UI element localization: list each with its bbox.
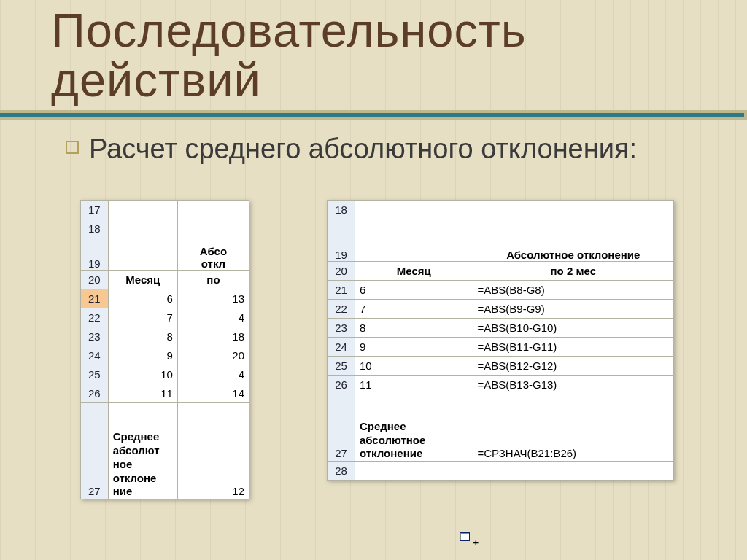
row-header: 27	[81, 403, 109, 499]
cell: Абсолютное отклонение	[473, 219, 673, 262]
subtitle-text: Расчет среднего абсолютного отклонения:	[89, 133, 637, 166]
cell: 7	[355, 300, 473, 319]
cell	[177, 219, 249, 238]
cell: =ABS(B10-G10)	[473, 319, 673, 338]
cell: 9	[355, 338, 473, 357]
row-header: 27	[328, 394, 355, 462]
row-header: 25	[81, 365, 109, 384]
row-header: 22	[81, 308, 109, 327]
cell: 4	[177, 365, 249, 384]
cell	[355, 462, 473, 481]
cell: 7	[108, 308, 177, 327]
cell: по	[177, 271, 249, 289]
row-header: 23	[81, 327, 109, 346]
tables-area: 17 18 19 Абсо откл 20 Месяц по 21 6 13 2…	[0, 200, 747, 535]
left-excel-fragment: 17 18 19 Абсо откл 20 Месяц по 21 6 13 2…	[80, 200, 249, 499]
slide-title: Последовательность действий	[51, 6, 740, 106]
cell: Среднее абсолютное отклонение	[355, 394, 473, 462]
right-excel-fragment: 18 19 Абсолютное отклонение 20 Месяц по …	[327, 200, 674, 481]
cell: Месяц	[108, 271, 177, 289]
title-block: Последовательность действий	[0, 0, 747, 106]
cell: =ABS(B8-G8)	[473, 281, 673, 300]
row-header: 21	[328, 281, 355, 300]
row-header: 19	[328, 219, 355, 262]
autofill-options-icon: +	[460, 532, 477, 545]
row-header: 24	[81, 346, 109, 365]
cell: =ABS(B13-G13)	[473, 376, 673, 394]
row-header: 28	[328, 462, 355, 481]
cell-text: откл	[201, 257, 225, 270]
cell	[355, 219, 473, 262]
cell: Абсо откл	[177, 238, 249, 271]
row-header: 24	[328, 338, 355, 357]
row-header: 21	[81, 289, 109, 308]
row-header: 26	[81, 384, 109, 403]
row-header: 18	[81, 219, 109, 238]
cell: Месяц	[355, 262, 473, 281]
cell: =ABS(B11-G11)	[473, 338, 673, 357]
cell: 14	[177, 384, 249, 403]
cell: 11	[108, 384, 177, 403]
cell: 10	[108, 365, 177, 384]
cell: =ABS(B9-G9)	[473, 300, 673, 319]
row-header: 22	[328, 300, 355, 319]
cell: 18	[177, 327, 249, 346]
cell: 4	[177, 308, 249, 327]
cell	[473, 462, 673, 481]
cell: 20	[177, 346, 249, 365]
cell: по 2 мес	[473, 262, 673, 281]
row-header: 20	[81, 271, 109, 289]
row-header: 18	[328, 201, 355, 219]
left-table: 17 18 19 Абсо откл 20 Месяц по 21 6 13 2…	[80, 200, 249, 499]
bullet-icon	[66, 141, 79, 154]
row-header: 19	[81, 238, 109, 271]
cell	[177, 201, 249, 219]
cell: 6	[355, 281, 473, 300]
row-header: 25	[328, 357, 355, 376]
cell: 12	[177, 403, 249, 499]
cell: 9	[108, 346, 177, 365]
body-block: Расчет среднего абсолютного отклонения:	[0, 120, 747, 166]
cell-text: Среднееабсолютноеотклонение	[113, 430, 160, 497]
row-header: 17	[81, 201, 109, 219]
cell	[355, 201, 473, 219]
cell: 6	[108, 289, 177, 308]
bullet-item: Расчет среднего абсолютного отклонения:	[66, 133, 747, 166]
cell: 13	[177, 289, 249, 308]
cell	[108, 219, 177, 238]
row-header: 26	[328, 376, 355, 394]
cell: 8	[355, 319, 473, 338]
cell	[108, 238, 177, 271]
cell: Среднееабсолютноеотклонение	[108, 403, 177, 499]
cell-text: Абсо	[200, 245, 227, 257]
cell	[473, 201, 673, 219]
title-divider	[0, 110, 747, 120]
cell	[108, 201, 177, 219]
row-header: 23	[328, 319, 355, 338]
row-header: 20	[328, 262, 355, 281]
cell: 11	[355, 376, 473, 394]
right-table: 18 19 Абсолютное отклонение 20 Месяц по …	[327, 200, 674, 481]
cell: 8	[108, 327, 177, 346]
cell: =ABS(B12-G12)	[473, 357, 673, 376]
cell: 10	[355, 357, 473, 376]
cell: =СРЗНАЧ(B21:B26)	[473, 394, 673, 462]
